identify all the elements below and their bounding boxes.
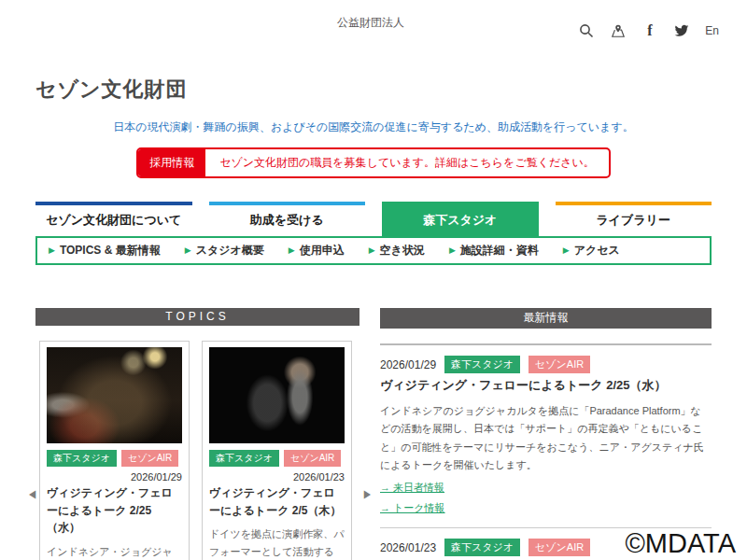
subnav-item-access[interactable]: ▶ アクセス bbox=[563, 243, 620, 259]
subnav-label: スタジオ概要 bbox=[196, 243, 264, 259]
tag-saison-air: セゾンAIR bbox=[529, 356, 590, 373]
arrow-right-icon: ▶ bbox=[563, 246, 570, 255]
site-tagline: 日本の現代演劇・舞踊の振興、およびその国際交流の促進に寄与するため、助成活動を行… bbox=[0, 119, 747, 135]
subnav-item-topics[interactable]: ▶ TOPICS & 最新情報 bbox=[49, 243, 161, 259]
topic-photo bbox=[209, 347, 345, 443]
watermark: ©MDATA bbox=[625, 528, 736, 559]
tag-morishita-studio: 森下スタジオ bbox=[47, 450, 117, 467]
subnav-label: 空き状況 bbox=[380, 243, 425, 259]
talk-info-link[interactable]: → トーク情報 bbox=[380, 501, 445, 515]
news-body: インドネシアのジョグジャカルタを拠点に「Paradance Platform」な… bbox=[380, 402, 712, 474]
subnav-item-facility-docs[interactable]: ▶ 施設詳細・資料 bbox=[449, 243, 539, 259]
arrow-right-icon: ▶ bbox=[185, 246, 191, 255]
tab-label: セゾン文化財団について bbox=[46, 213, 181, 227]
topic-date: 2026/01/23 bbox=[209, 471, 345, 483]
facebook-icon[interactable]: f bbox=[641, 22, 657, 38]
header-utility-icons: f En bbox=[578, 22, 719, 38]
visitor-info-link[interactable]: → 来日者情報 bbox=[380, 481, 444, 495]
arrow-right-icon: ▶ bbox=[289, 246, 295, 255]
tab-library[interactable]: ライブラリー bbox=[556, 202, 712, 236]
search-icon[interactable] bbox=[578, 22, 594, 38]
tab-about[interactable]: セゾン文化財団について bbox=[35, 202, 192, 236]
news-date: 2026/01/29 bbox=[380, 358, 436, 371]
studio-subnav: ▶ TOPICS & 最新情報 ▶ スタジオ概要 ▶ 使用申込 ▶ 空き状況 ▶… bbox=[35, 236, 712, 265]
recruit-banner-wrap: 採用情報 セゾン文化財団の職員を募集しています。詳細はこちらをご覧ください。 bbox=[0, 147, 747, 178]
twitter-icon[interactable] bbox=[673, 22, 689, 38]
tag-saison-air: セゾンAIR bbox=[529, 539, 590, 556]
tab-morishita-studio[interactable]: 森下スタジオ bbox=[382, 202, 539, 236]
topic-body: ドイツを拠点に演劇作家、パフォーマーとして活動するオリバー・ツァーン氏が、過去の… bbox=[209, 525, 345, 560]
tag-saison-air: セゾンAIR bbox=[121, 450, 178, 467]
topic-photo bbox=[47, 347, 182, 443]
tab-label: ライブラリー bbox=[596, 213, 670, 227]
tag-morishita-studio: 森下スタジオ bbox=[444, 356, 520, 373]
subnav-label: TOPICS & 最新情報 bbox=[60, 243, 161, 259]
topics-heading: TOPICS bbox=[35, 308, 359, 326]
subnav-item-availability[interactable]: ▶ 空き状況 bbox=[369, 243, 425, 259]
recruit-badge: 採用情報 bbox=[138, 149, 205, 176]
topic-date: 2026/01/29 bbox=[47, 471, 182, 483]
topic-body: インドネシア・ジョグジャカルタを拠点に活動するニア・アグスティナ氏が、日本でのリ… bbox=[47, 543, 182, 560]
news-heading: 最新情報 bbox=[380, 308, 712, 329]
topics-section: TOPICS ◀ 森下スタジオ セゾンAIR 2026/01/29 ヴィジティン… bbox=[35, 308, 359, 560]
page: 公益財団法人セゾン文化財団 f En bbox=[0, 0, 747, 560]
carousel-next-icon[interactable]: ▶ bbox=[362, 488, 373, 502]
subnav-item-studio-overview[interactable]: ▶ スタジオ概要 bbox=[185, 243, 264, 259]
topic-title: ヴィジティング・フェローによるトーク 2/25（水） bbox=[47, 484, 182, 537]
tag-saison-air: セゾンAIR bbox=[284, 450, 341, 467]
recruit-banner[interactable]: 採用情報 セゾン文化財団の職員を募集しています。詳細はこちらをご覧ください。 bbox=[136, 147, 611, 178]
subnav-label: 施設詳細・資料 bbox=[460, 243, 539, 259]
news-date: 2026/01/23 bbox=[380, 541, 436, 554]
topics-carousel: ◀ 森下スタジオ セゾンAIR 2026/01/29 ヴィジティング・フェローに… bbox=[35, 341, 359, 560]
news-title: ヴィジティング・フェローによるトーク 2/25（水） bbox=[380, 377, 712, 394]
arrow-right-icon: ▶ bbox=[49, 246, 55, 255]
tab-label: 森下スタジオ bbox=[423, 213, 497, 227]
tags-row: 森下スタジオ セゾンAIR bbox=[47, 450, 182, 467]
subnav-item-application[interactable]: ▶ 使用申込 bbox=[289, 243, 345, 259]
access-map-icon[interactable] bbox=[610, 22, 626, 38]
recruit-message[interactable]: セゾン文化財団の職員を募集しています。詳細はこちらをご覧ください。 bbox=[205, 149, 609, 176]
main-content: TOPICS ◀ 森下スタジオ セゾンAIR 2026/01/29 ヴィジティン… bbox=[35, 308, 712, 560]
topic-title: ヴィジティング・フェローによるトーク 2/5（木） bbox=[209, 484, 345, 519]
main-nav: セゾン文化財団について 助成を受ける 森下スタジオ ライブラリー bbox=[35, 202, 712, 236]
org-type-label: 公益財団法人 bbox=[337, 16, 404, 29]
subnav-label: アクセス bbox=[574, 243, 620, 259]
tag-morishita-studio: 森下スタジオ bbox=[444, 539, 520, 556]
org-name: セゾン文化財団 bbox=[35, 76, 712, 104]
arrow-right-icon: ▶ bbox=[449, 246, 456, 255]
site-header: 公益財団法人セゾン文化財団 f En bbox=[0, 0, 747, 104]
news-meta: 2026/01/29 森下スタジオ セゾンAIR bbox=[380, 356, 712, 373]
topic-card[interactable]: 森下スタジオ セゾンAIR 2026/01/29 ヴィジティング・フェローによる… bbox=[39, 341, 190, 560]
tags-row: 森下スタジオ セゾンAIR bbox=[209, 450, 345, 467]
language-toggle[interactable]: En bbox=[705, 24, 719, 37]
news-section: 最新情報 2026/01/29 森下スタジオ セゾンAIR ヴィジティング・フェ… bbox=[380, 308, 712, 560]
carousel-prev-icon[interactable]: ◀ bbox=[27, 488, 37, 502]
tab-grants[interactable]: 助成を受ける bbox=[209, 202, 366, 236]
topic-card[interactable]: 森下スタジオ セゾンAIR 2026/01/23 ヴィジティング・フェローによる… bbox=[202, 341, 352, 560]
news-item: 2026/01/29 森下スタジオ セゾンAIR ヴィジティング・フェローによる… bbox=[380, 345, 712, 528]
tag-morishita-studio: 森下スタジオ bbox=[209, 450, 279, 467]
arrow-right-icon: ▶ bbox=[369, 246, 375, 255]
subnav-label: 使用申込 bbox=[300, 243, 345, 259]
tab-label: 助成を受ける bbox=[250, 213, 324, 227]
